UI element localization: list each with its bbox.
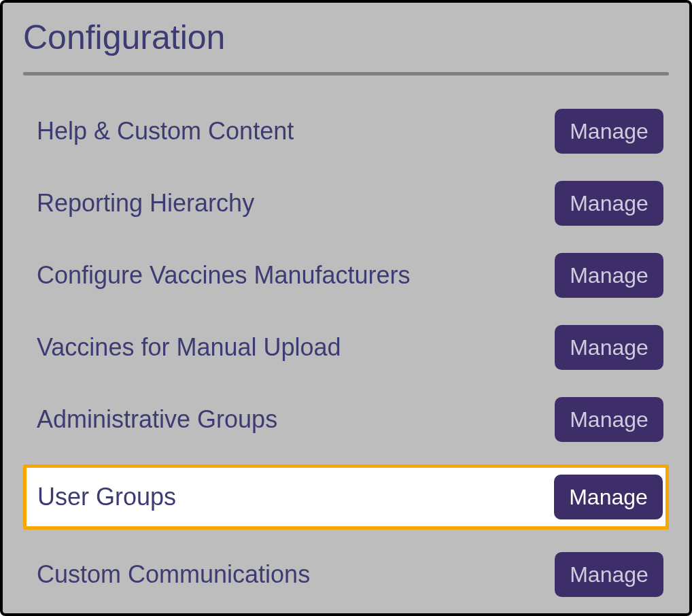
manage-button-help-custom-content[interactable]: Manage — [555, 109, 663, 154]
configuration-rows: Help & Custom Content Manage Reporting H… — [23, 104, 669, 602]
row-vaccines-manual-upload: Vaccines for Manual Upload Manage — [23, 320, 669, 375]
row-label: Custom Communications — [37, 560, 310, 589]
manage-button-vaccines-manual-upload[interactable]: Manage — [555, 325, 663, 370]
manage-button-custom-communications[interactable]: Manage — [555, 552, 663, 597]
row-label: User Groups — [37, 483, 176, 511]
page-title: Configuration — [23, 18, 669, 57]
manage-button-reporting-hierarchy[interactable]: Manage — [555, 181, 663, 226]
row-user-groups: User Groups Manage — [23, 464, 669, 530]
configuration-panel: Configuration Help & Custom Content Mana… — [0, 0, 692, 616]
row-label: Reporting Hierarchy — [37, 189, 254, 218]
manage-button-administrative-groups[interactable]: Manage — [555, 397, 663, 442]
row-custom-communications: Custom Communications Manage — [23, 547, 669, 602]
row-label: Administrative Groups — [37, 405, 277, 434]
row-reporting-hierarchy: Reporting Hierarchy Manage — [23, 176, 669, 230]
manage-button-configure-vaccines-manufacturers[interactable]: Manage — [555, 253, 663, 298]
row-label: Configure Vaccines Manufacturers — [37, 261, 411, 290]
manage-button-user-groups[interactable]: Manage — [554, 475, 663, 519]
row-help-custom-content: Help & Custom Content Manage — [23, 104, 669, 158]
divider — [23, 72, 669, 75]
row-configure-vaccines-manufacturers: Configure Vaccines Manufacturers Manage — [23, 248, 669, 303]
row-label: Vaccines for Manual Upload — [37, 333, 341, 362]
row-administrative-groups: Administrative Groups Manage — [23, 392, 669, 447]
row-label: Help & Custom Content — [37, 117, 294, 146]
